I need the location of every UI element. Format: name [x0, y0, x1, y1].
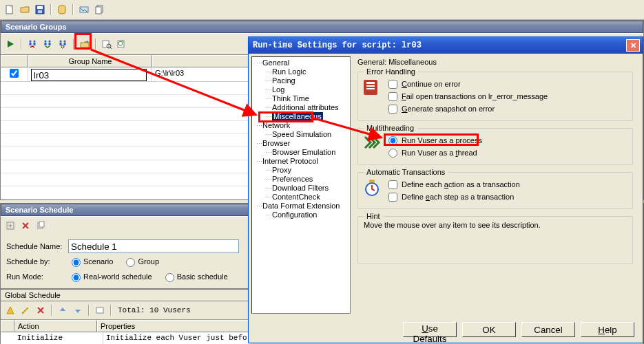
- new-icon[interactable]: [3, 3, 17, 17]
- tree-log[interactable]: Log: [253, 85, 349, 94]
- each-step-trans[interactable]: Define each step as a transaction: [388, 191, 627, 203]
- db-icon[interactable]: [55, 3, 69, 17]
- hint-group: Hint Move the mouse over any item to see…: [357, 216, 633, 264]
- group-name-input[interactable]: [31, 69, 147, 81]
- tool-b-icon[interactable]: [92, 3, 106, 17]
- svg-point-20: [61, 45, 64, 48]
- settings-tree[interactable]: General Run Logic Pacing Log Think Time …: [251, 56, 351, 314]
- svg-rect-2: [37, 6, 43, 9]
- error-icon: [362, 78, 382, 97]
- run-mode-label: Run Mode:: [6, 272, 68, 281]
- app-toolbar: [0, 0, 644, 20]
- svg-point-16: [60, 41, 62, 43]
- gs-col-action[interactable]: Action: [14, 320, 97, 332]
- tree-run-logic[interactable]: Run Logic: [253, 67, 349, 76]
- tree-prefs[interactable]: Preferences: [253, 175, 349, 184]
- tree-proxy[interactable]: Proxy: [253, 166, 349, 175]
- gs-edit-icon[interactable]: [19, 303, 32, 317]
- dialog-title-text: Run-time Settings for script: lr03: [253, 41, 422, 50]
- tree-browser-emu[interactable]: Browser Emulation: [253, 148, 349, 157]
- svg-point-8: [30, 41, 32, 43]
- svg-point-10: [34, 41, 36, 43]
- svg-rect-19: [64, 43, 66, 45]
- schedule-by-group[interactable]: Group: [123, 256, 159, 267]
- dialog-titlebar[interactable]: Run-time Settings for script: lr03 ✕: [249, 37, 643, 54]
- continue-on-error[interactable]: Continue on error: [388, 78, 627, 90]
- tree-dl-filters[interactable]: Download Filters: [253, 184, 349, 193]
- tree-ip[interactable]: Internet Protocol: [253, 157, 349, 166]
- schedule-name-label: Schedule Name:: [6, 242, 68, 250]
- schedule-name-input[interactable]: [68, 239, 239, 253]
- svg-rect-29: [366, 82, 375, 84]
- vusers-up-icon[interactable]: [41, 37, 54, 51]
- svg-point-18: [64, 41, 66, 43]
- clock-icon: [362, 178, 382, 197]
- run-mode-basic[interactable]: Basic schedule: [162, 271, 228, 282]
- svg-rect-17: [60, 43, 62, 45]
- dialog-button-row: Use Defaults OK Cancel Help: [249, 316, 643, 343]
- close-icon[interactable]: ✕: [626, 39, 640, 52]
- tree-general[interactable]: General: [253, 58, 349, 67]
- vusers-down-icon[interactable]: [25, 37, 39, 51]
- tree-dfe[interactable]: Data Format Extension: [253, 202, 349, 211]
- tree-additional-attrs[interactable]: Additional attributes: [253, 103, 349, 112]
- row-name-cell[interactable]: [28, 67, 152, 81]
- gs-delete-icon[interactable]: [34, 303, 48, 317]
- col-checkbox[interactable]: [1, 55, 28, 67]
- tree-pacing[interactable]: Pacing: [253, 76, 349, 85]
- add-script-icon[interactable]: [78, 37, 92, 51]
- tree-config[interactable]: Configuration: [253, 211, 349, 219]
- settings-pane: General: Miscellaneous Error Handling Co…: [351, 56, 640, 314]
- svg-rect-26: [39, 222, 44, 227]
- gs-total-text: Total: 10 Vusers: [118, 306, 191, 314]
- refresh-icon[interactable]: [115, 37, 129, 51]
- svg-rect-9: [30, 43, 32, 45]
- gs-up-icon[interactable]: [56, 303, 70, 317]
- tree-browser[interactable]: Browser: [253, 139, 349, 148]
- run-mode-real[interactable]: Real-world schedule: [68, 271, 152, 282]
- cancel-button[interactable]: Cancel: [521, 322, 575, 337]
- tree-miscellaneous[interactable]: Miscellaneous: [253, 112, 349, 121]
- gs-down-icon[interactable]: [71, 303, 85, 317]
- svg-rect-31: [366, 88, 375, 89]
- svg-rect-11: [34, 43, 36, 45]
- run-as-process[interactable]: Run Vuser as a process: [388, 134, 627, 147]
- each-action-trans[interactable]: Define each action as a transaction: [388, 178, 627, 191]
- gs-add-icon[interactable]: [3, 303, 17, 317]
- thread-icon: [362, 134, 382, 153]
- svg-point-14: [49, 41, 51, 43]
- svg-rect-15: [49, 43, 51, 45]
- run-as-thread[interactable]: Run Vuser as a thread: [388, 147, 627, 159]
- scenario-groups-title: Scenario Groups: [1, 21, 643, 33]
- sched-new-icon[interactable]: [3, 219, 17, 233]
- ok-button[interactable]: OK: [462, 322, 516, 337]
- pane-heading: General: Miscellaneous: [357, 58, 633, 66]
- vusers-reset-icon[interactable]: [56, 37, 70, 51]
- auto-transactions-group: Automatic Transactions Define each actio…: [357, 172, 633, 209]
- schedule-by-scenario[interactable]: Scenario: [68, 256, 113, 267]
- hint-text: Move the mouse over any item to see its …: [364, 221, 627, 259]
- row-checkbox[interactable]: [1, 67, 28, 81]
- save-icon[interactable]: [33, 3, 47, 17]
- runtime-settings-icon[interactable]: [100, 37, 114, 51]
- open-icon[interactable]: [18, 3, 32, 17]
- tool-a-icon[interactable]: [77, 3, 91, 17]
- col-group-name[interactable]: Group Name: [28, 55, 152, 67]
- play-icon[interactable]: [3, 37, 17, 51]
- tree-speed-sim[interactable]: Speed Simulation: [253, 130, 349, 139]
- generate-snapshot[interactable]: Generate snapshot on error: [388, 103, 627, 115]
- schedule-by-label: Schedule by:: [6, 257, 68, 266]
- svg-rect-13: [45, 43, 47, 45]
- tree-content-check[interactable]: ContentCheck: [253, 193, 349, 202]
- sched-copy-icon[interactable]: [34, 219, 48, 233]
- tree-network[interactable]: Network: [253, 121, 349, 130]
- svg-rect-33: [370, 180, 374, 182]
- tree-think-time[interactable]: Think Time: [253, 94, 349, 103]
- gs-copy-icon[interactable]: [93, 303, 107, 317]
- sched-delete-icon[interactable]: [19, 219, 32, 233]
- fail-open-trans[interactable]: Fail open transactions on lr_error_messa…: [388, 90, 627, 103]
- help-button[interactable]: Help: [581, 322, 634, 337]
- multithreading-group: Multithreading Run Vuser as a process Ru…: [357, 128, 633, 165]
- svg-rect-27: [96, 308, 103, 313]
- use-defaults-button[interactable]: Use Defaults: [403, 322, 457, 337]
